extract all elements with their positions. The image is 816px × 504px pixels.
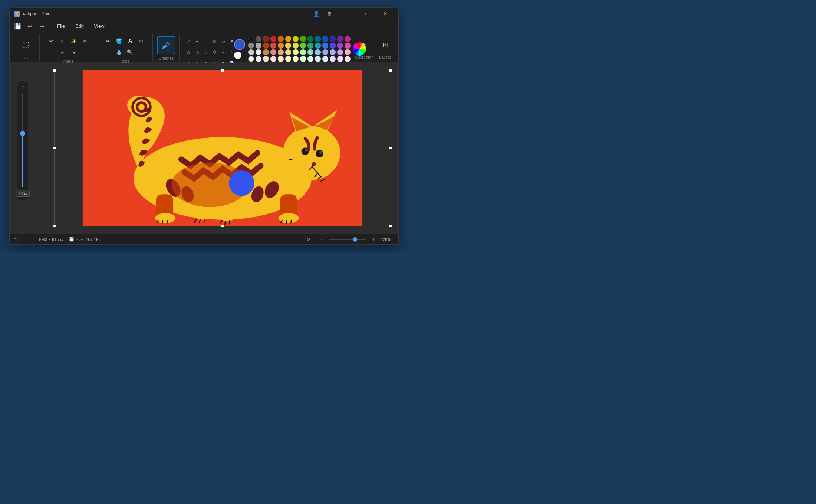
magnify-btn[interactable]: 🔍 (125, 47, 135, 57)
color-swatch[interactable] (315, 56, 321, 62)
menu-view[interactable]: View (89, 22, 109, 30)
color-swatch[interactable] (322, 56, 328, 62)
color-swatch[interactable] (278, 56, 284, 62)
color-picker-btn[interactable]: 💧 (114, 47, 124, 57)
maximize-button[interactable]: □ (358, 8, 375, 20)
tools: ✏ 🪣 A ▭ 💧 🔍 (100, 36, 149, 57)
cocreator-btn[interactable]: ✦ (357, 38, 371, 52)
zoom-out-btn[interactable]: − (316, 234, 326, 245)
color-swatch[interactable] (293, 56, 299, 62)
color-swatch[interactable] (263, 49, 269, 55)
resize-btn[interactable]: ⤡ (57, 36, 68, 46)
color-swatch[interactable] (248, 49, 254, 55)
redo-button[interactable]: ↪ (36, 21, 47, 32)
zoom-in-btn[interactable]: + (368, 234, 378, 245)
color-swatch[interactable] (337, 49, 343, 55)
color-swatch[interactable] (330, 56, 336, 62)
zoom-thumb[interactable] (353, 237, 357, 242)
color-swatch[interactable] (285, 56, 291, 62)
color-swatch[interactable] (300, 43, 306, 49)
color-swatch[interactable] (307, 43, 313, 49)
color-swatch[interactable] (307, 56, 313, 62)
eraser-btn[interactable]: ▭ (136, 36, 147, 46)
color-swatch[interactable] (345, 56, 351, 62)
zoom-controls: − + 128% (316, 234, 394, 245)
close-button[interactable]: ✕ (377, 8, 394, 20)
color-swatch[interactable] (256, 43, 261, 49)
color-swatch[interactable] (278, 49, 284, 55)
colors-grid-row2 (248, 43, 351, 49)
foreground-color[interactable] (234, 39, 245, 50)
text-btn[interactable]: A (125, 36, 135, 46)
color-swatch[interactable] (300, 56, 306, 62)
brushes-main-btn[interactable]: 🖌 (157, 36, 175, 54)
selection-rect-btn[interactable]: ⬚ (18, 36, 34, 52)
minimize-button[interactable]: ─ (340, 8, 357, 20)
color-swatch[interactable] (263, 43, 269, 49)
menu-file[interactable]: File (53, 22, 69, 30)
color-swatch[interactable] (270, 36, 276, 42)
color-swatch[interactable] (315, 49, 321, 55)
image-extra1[interactable]: ≋ (57, 47, 68, 57)
selection-mode-btn[interactable]: ⬚ (21, 53, 31, 63)
color-swatch[interactable] (330, 49, 336, 55)
color-swatch[interactable] (337, 56, 343, 62)
color-swatch[interactable] (256, 36, 261, 42)
color-swatch[interactable] (293, 36, 299, 42)
color-swatch[interactable] (315, 36, 321, 42)
layers-content: ⊞ (378, 36, 392, 53)
zoom-slider-track[interactable] (22, 93, 23, 187)
color-swatch[interactable] (307, 36, 313, 42)
color-swatch[interactable] (285, 49, 291, 55)
rotate-btn[interactable]: ↻ (79, 36, 90, 46)
color-swatch[interactable] (322, 49, 328, 55)
color-swatch[interactable] (278, 36, 284, 42)
drawing-canvas[interactable] (55, 70, 391, 226)
pencil-btn[interactable]: ✏ (103, 36, 113, 46)
color-swatch[interactable] (278, 43, 284, 49)
image-extra2[interactable]: ◂ (68, 47, 79, 57)
color-swatch[interactable] (285, 43, 291, 49)
color-swatch[interactable] (248, 56, 254, 62)
layers-btn[interactable]: ⊞ (378, 38, 392, 52)
color-swatch[interactable] (270, 43, 276, 49)
color-swatch[interactable] (300, 36, 306, 42)
fill-btn[interactable]: 🪣 (114, 36, 124, 46)
color-swatch[interactable] (307, 49, 313, 55)
account-icon-btn[interactable]: 👤 (310, 8, 322, 20)
color-swatch[interactable] (293, 43, 299, 49)
background-color[interactable] (234, 52, 241, 59)
color-swatch[interactable] (256, 49, 261, 55)
crop-btn[interactable]: ✂ (46, 36, 56, 46)
color-swatch[interactable] (263, 36, 269, 42)
color-swatch[interactable] (322, 43, 328, 49)
menu-edit[interactable]: Edit (71, 22, 88, 30)
color-swatch[interactable] (263, 56, 269, 62)
color-swatch[interactable] (270, 49, 276, 55)
color-swatch[interactable] (322, 36, 328, 42)
color-swatch[interactable] (248, 43, 254, 49)
canvas-container[interactable] (54, 70, 391, 226)
settings-icon-btn[interactable]: ⚙ (323, 8, 335, 20)
magic-select-btn[interactable]: ✨ (68, 36, 79, 46)
color-swatch[interactable] (337, 43, 343, 49)
svg-point-37 (319, 151, 322, 154)
color-swatch[interactable] (270, 56, 276, 62)
undo-button[interactable]: ↩ (24, 21, 35, 32)
color-swatch[interactable] (293, 49, 299, 55)
save-button[interactable]: 💾 (13, 21, 23, 32)
color-swatch[interactable] (256, 56, 261, 62)
color-swatch[interactable] (330, 36, 336, 42)
color-swatch[interactable] (315, 43, 321, 49)
color-swatch[interactable] (345, 36, 351, 42)
color-swatch[interactable] (248, 36, 254, 42)
title-bar: 🎨 cat.png - Paint 👤 ⚙ ─ □ ✕ (10, 8, 398, 20)
color-swatch[interactable] (300, 49, 306, 55)
zoom-track[interactable] (329, 239, 366, 240)
color-swatch[interactable] (345, 43, 351, 49)
color-swatch[interactable] (337, 36, 343, 42)
color-swatch[interactable] (285, 36, 291, 42)
color-swatch[interactable] (330, 43, 336, 49)
color-swatch[interactable] (345, 49, 351, 55)
zoom-slider-thumb[interactable] (20, 131, 25, 136)
